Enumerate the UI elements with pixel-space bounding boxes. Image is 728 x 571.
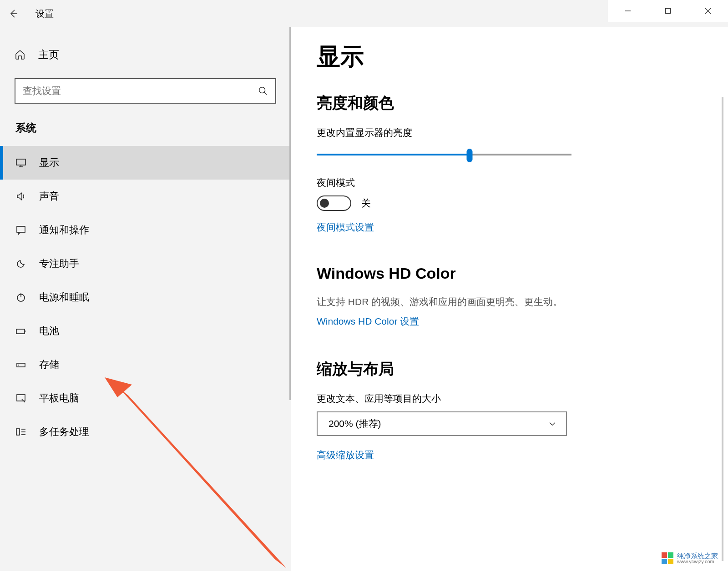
hdr-description: 让支持 HDR 的视频、游戏和应用的画面更明亮、更生动。 — [317, 295, 701, 309]
nav-item-storage[interactable]: 存储 — [0, 348, 291, 381]
nav-label: 声音 — [39, 190, 59, 203]
brightness-slider[interactable] — [317, 145, 571, 164]
sidebar-scrollbar[interactable] — [289, 27, 291, 400]
watermark-url: www.ycwjzy.com — [677, 559, 718, 565]
nav-item-display[interactable]: 显示 — [0, 146, 291, 180]
sound-icon — [15, 191, 27, 202]
notifications-icon — [15, 225, 27, 235]
scale-dropdown[interactable]: 200% (推荐) — [317, 411, 567, 436]
maximize-icon — [665, 8, 671, 14]
nav-item-tablet[interactable]: 平板电脑 — [0, 381, 291, 415]
svg-line-5 — [264, 92, 267, 95]
section-scale: 缩放与布局 — [317, 359, 701, 380]
minimize-icon — [625, 8, 631, 14]
nav-label: 存储 — [39, 358, 59, 371]
toggle-knob — [320, 199, 329, 208]
nav-item-power[interactable]: 电源和睡眠 — [0, 280, 291, 314]
focus-icon — [15, 258, 27, 269]
watermark: 纯净系统之家 www.ycwjzy.com — [662, 552, 718, 565]
night-mode-label: 夜间模式 — [317, 176, 701, 189]
nav-label: 电池 — [39, 324, 59, 338]
search-icon — [258, 86, 268, 96]
content-scrollbar[interactable] — [722, 97, 723, 561]
nav-label: 平板电脑 — [39, 391, 79, 405]
home-link[interactable]: 主页 — [0, 41, 291, 68]
window-title: 设置 — [35, 8, 54, 20]
section-brightness: 亮度和颜色 — [317, 93, 701, 114]
home-icon — [15, 49, 27, 60]
sidebar: 主页 系统 显示 声音 通知和操作 专注助手 电源和睡眠 电池 存储 平板电脑 — [0, 27, 291, 571]
svg-point-4 — [259, 87, 265, 93]
window-controls — [608, 0, 728, 22]
svg-point-15 — [18, 365, 19, 366]
nav-label: 多任务处理 — [39, 425, 89, 439]
search-input[interactable] — [23, 85, 258, 96]
storage-icon — [15, 359, 27, 370]
night-mode-settings-link[interactable]: 夜间模式设置 — [317, 221, 701, 234]
page-title: 显示 — [317, 41, 701, 73]
battery-icon — [15, 326, 27, 336]
svg-rect-6 — [16, 159, 25, 165]
svg-rect-16 — [17, 395, 25, 401]
advanced-scale-link[interactable]: 高级缩放设置 — [317, 449, 701, 461]
chevron-down-icon — [548, 419, 557, 428]
nav-item-focus[interactable]: 专注助手 — [0, 247, 291, 280]
watermark-logo-icon — [662, 552, 673, 564]
scale-value: 200% (推荐) — [329, 417, 381, 430]
home-label: 主页 — [38, 48, 59, 62]
nav-item-sound[interactable]: 声音 — [0, 180, 291, 213]
multitask-icon — [15, 426, 27, 437]
svg-rect-13 — [25, 331, 25, 332]
nav-label: 显示 — [39, 156, 59, 170]
svg-rect-17 — [16, 429, 20, 435]
watermark-name: 纯净系统之家 — [677, 552, 718, 560]
back-button[interactable] — [0, 0, 27, 27]
nav-item-battery[interactable]: 电池 — [0, 314, 291, 348]
nav-label: 专注助手 — [39, 257, 79, 270]
slider-thumb[interactable] — [467, 149, 473, 162]
hdr-settings-link[interactable]: Windows HD Color 设置 — [317, 315, 701, 328]
nav-item-multitask[interactable]: 多任务处理 — [0, 415, 291, 449]
brightness-label: 更改内置显示器的亮度 — [317, 126, 701, 139]
minimize-button[interactable] — [608, 0, 648, 22]
svg-rect-14 — [17, 363, 25, 367]
nav-item-notifications[interactable]: 通知和操作 — [0, 213, 291, 247]
svg-rect-12 — [16, 329, 25, 334]
slider-fill — [317, 154, 470, 155]
night-mode-state: 关 — [361, 197, 371, 210]
close-icon — [705, 8, 711, 14]
nav-label: 电源和睡眠 — [39, 291, 89, 304]
scale-label: 更改文本、应用等项目的大小 — [317, 392, 701, 405]
nav-label: 通知和操作 — [39, 223, 89, 237]
back-arrow-icon — [8, 8, 19, 19]
maximize-button[interactable] — [648, 0, 688, 22]
svg-rect-1 — [666, 9, 671, 14]
svg-rect-9 — [17, 226, 25, 232]
close-button[interactable] — [688, 0, 728, 22]
category-header: 系统 — [0, 116, 291, 146]
search-box[interactable] — [15, 78, 276, 104]
power-icon — [15, 292, 27, 303]
section-hdr: Windows HD Color — [317, 265, 701, 282]
content-area: 显示 亮度和颜色 更改内置显示器的亮度 夜间模式 关 夜间模式设置 Window… — [291, 27, 728, 571]
display-icon — [15, 157, 27, 168]
night-mode-toggle[interactable] — [317, 195, 351, 211]
tablet-icon — [15, 393, 27, 404]
